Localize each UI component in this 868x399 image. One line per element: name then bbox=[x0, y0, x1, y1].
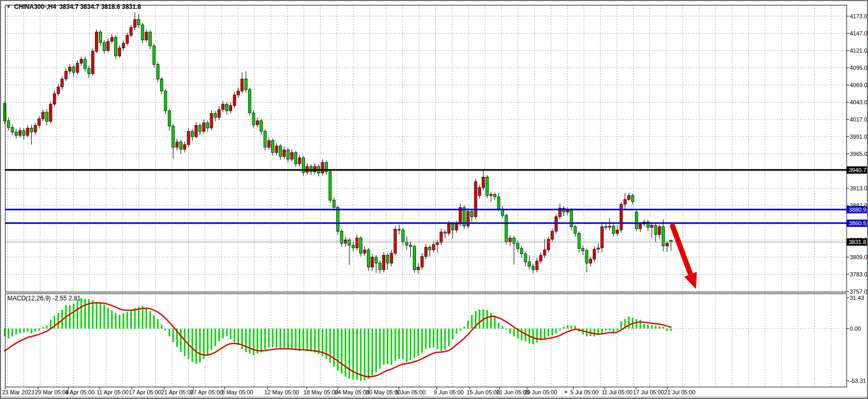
price-axis-label: 4095.0 bbox=[850, 65, 867, 71]
candle-bear bbox=[249, 90, 251, 113]
candle-bull bbox=[267, 141, 270, 148]
candle-bull bbox=[202, 123, 205, 131]
quote-ohlc-label: 3834.7 3834.7 3818.6 3831.8 bbox=[59, 3, 141, 10]
candle-bear bbox=[367, 250, 370, 267]
candle-bear bbox=[340, 232, 343, 244]
candle-bull bbox=[210, 114, 213, 128]
macd-axis-label: 31.43 bbox=[850, 295, 864, 301]
date-axis-label: 11 Apr 05:00 bbox=[96, 389, 129, 395]
price-axis-label: 3809.0 bbox=[850, 254, 867, 260]
price-axis-label: 3913.0 bbox=[850, 185, 867, 191]
candle-bear bbox=[244, 79, 247, 90]
candle-bear bbox=[670, 240, 673, 242]
candle-bear bbox=[4, 104, 6, 121]
candle-bull bbox=[187, 131, 190, 144]
date-axis-label: 24 May 05:00 bbox=[335, 389, 370, 395]
candle-bull bbox=[363, 250, 366, 253]
candle-bear bbox=[471, 211, 473, 216]
candle-bear bbox=[486, 177, 488, 196]
symbol-dropdown-icon[interactable]: ▼ bbox=[6, 5, 11, 9]
candle-bull bbox=[666, 243, 668, 246]
candle-bear bbox=[570, 210, 573, 227]
candle-bear bbox=[528, 262, 531, 267]
candle-bear bbox=[386, 255, 389, 263]
price-badge-zone-bottom: 3860.5 bbox=[847, 220, 868, 227]
candle-bull bbox=[57, 87, 59, 94]
candle-bull bbox=[436, 243, 438, 245]
price-axis-label: 3783.0 bbox=[850, 271, 867, 277]
date-axis-label: 29 Mar 05:00 bbox=[35, 389, 69, 395]
candle-bull bbox=[229, 105, 232, 111]
candle-bull bbox=[547, 239, 549, 250]
candle-bull bbox=[417, 267, 420, 270]
candle-bear bbox=[578, 233, 580, 248]
candle-bull bbox=[394, 229, 397, 253]
candle-bull bbox=[566, 210, 569, 212]
date-axis-label: 17 Jul 05:00 bbox=[633, 389, 664, 395]
candle-bear bbox=[413, 247, 415, 270]
macd-name: MACD(12,26,9) bbox=[7, 295, 51, 302]
candle-bull bbox=[356, 238, 358, 248]
candle-bear bbox=[451, 224, 454, 230]
candle-bear bbox=[252, 113, 255, 125]
candle-bear bbox=[662, 227, 665, 246]
date-axis-label: 15 Jun 05:00 bbox=[467, 389, 500, 395]
candle-bull bbox=[628, 196, 630, 200]
candle-bear bbox=[287, 150, 289, 159]
candle-bull bbox=[176, 142, 178, 147]
candle-bear bbox=[7, 121, 10, 128]
date-axis-label: 18 May 05:00 bbox=[303, 389, 338, 395]
candle-bull bbox=[390, 253, 393, 263]
candle-bull bbox=[551, 232, 554, 239]
candle-bear bbox=[329, 172, 332, 200]
candle-bull bbox=[432, 245, 435, 250]
price-axis-label: 4147.0 bbox=[850, 30, 867, 37]
candle-bear bbox=[88, 68, 90, 74]
candle-bull bbox=[290, 152, 293, 159]
candle-bull bbox=[237, 91, 240, 95]
candle-bull bbox=[624, 200, 626, 204]
candle-bear bbox=[494, 194, 496, 197]
candle-bull bbox=[130, 28, 132, 35]
candle-bear bbox=[517, 243, 519, 248]
candle-bull bbox=[133, 19, 136, 27]
candle-bear bbox=[348, 240, 351, 245]
price-axis-label: 3757.0 bbox=[850, 288, 867, 295]
price-axis-label: 4121.0 bbox=[850, 47, 867, 54]
candle-bear bbox=[206, 123, 209, 128]
candle-bull bbox=[218, 110, 221, 117]
price-axis-label: 4173.0 bbox=[850, 13, 867, 19]
candle-bull bbox=[608, 226, 611, 227]
candle-bull bbox=[19, 131, 21, 136]
candle-bear bbox=[99, 32, 102, 42]
candle-bear bbox=[444, 232, 446, 234]
date-axis-label: 9 Jun 05:00 bbox=[434, 389, 464, 395]
candle-bear bbox=[45, 112, 48, 122]
candle-bull bbox=[34, 125, 36, 132]
candle-bull bbox=[53, 94, 56, 104]
candle-bull bbox=[126, 35, 129, 43]
candle-bear bbox=[168, 111, 170, 126]
candle-bear bbox=[378, 263, 381, 270]
chart-window: ▼ CHINA300-,H4 3834.7 3834.7 3818.6 3831… bbox=[0, 0, 868, 399]
candle-bull bbox=[474, 182, 477, 216]
price-axis-label: 3991.0 bbox=[850, 134, 867, 140]
candle-bull bbox=[195, 125, 198, 137]
candle-bull bbox=[424, 247, 427, 257]
sell-arrow-shaft bbox=[673, 226, 692, 277]
candle-bear bbox=[191, 131, 193, 137]
candle-bear bbox=[524, 254, 527, 262]
candle-bull bbox=[620, 204, 622, 230]
macd-value: -2.55 bbox=[53, 295, 67, 302]
chart-canvas[interactable] bbox=[1, 1, 868, 399]
candle-bull bbox=[65, 71, 67, 79]
candle-bull bbox=[593, 249, 596, 259]
candle-bull bbox=[589, 259, 592, 263]
candle-bull bbox=[535, 261, 538, 270]
symbol-timeframe-label: CHINA300-,H4 bbox=[14, 3, 56, 10]
candle-bull bbox=[145, 32, 148, 40]
candle-bull bbox=[42, 112, 44, 119]
candle-bull bbox=[421, 257, 423, 267]
candle-bear bbox=[141, 25, 144, 40]
candle-bull bbox=[601, 227, 603, 248]
